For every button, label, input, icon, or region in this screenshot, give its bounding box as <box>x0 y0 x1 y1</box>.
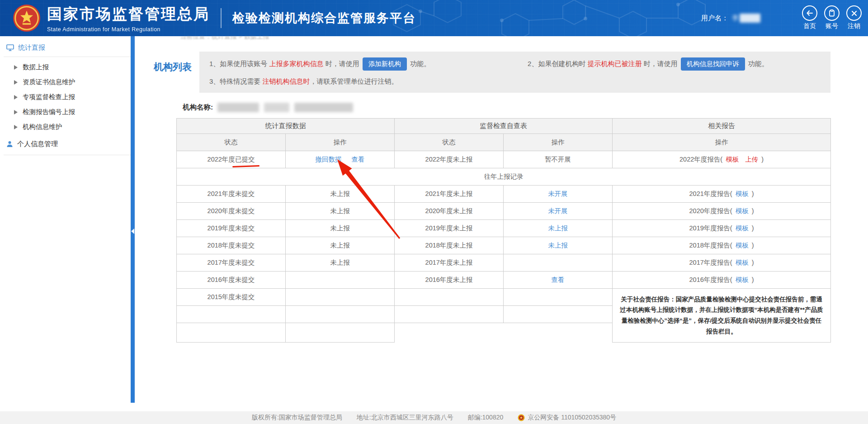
not-reported-link[interactable]: 未上报 <box>504 237 613 254</box>
sidebar-item-personal-info[interactable]: 个人信息管理 <box>0 134 131 155</box>
submitted-underline-text: 已提交 <box>235 155 255 164</box>
upload-link[interactable]: 上传 <box>745 156 758 163</box>
table-row-2018: 2018年度未提交 未上报 2018年度未上报 未上报 2018年度报告(模板) <box>177 237 831 254</box>
group-header-self-check: 监督检查自查表 <box>395 119 613 134</box>
hexagon-decoration <box>380 0 723 36</box>
subheader-operation: 操作 <box>613 134 831 151</box>
institution-table: 统计直报数据 监督检查自查表 相关报告 状态 操作 状态 操作 操作 2022年… <box>176 118 831 343</box>
sidebar: 统计直报 数据上报 资质证书信息维护 专项监督检查上报 检测报告编号上报 机 <box>0 36 131 411</box>
caret-right-icon <box>14 125 18 129</box>
table-row-2017: 2017年度未提交 未上报 2017年度未上报 2017年度报告(模板) <box>177 254 831 272</box>
sidebar-item-special-inspection[interactable]: 专项监督检查上报 <box>0 90 131 105</box>
sidebar-section-label: 统计直报 <box>18 43 45 52</box>
info-appeal-button[interactable]: 机构信息找回申诉 <box>681 57 745 71</box>
sidebar-item-certificate-info[interactable]: 资质证书信息维护 <box>0 75 131 90</box>
close-icon <box>846 5 862 21</box>
breadcrumb: 当前位置：统计直报 > 数据上报 <box>180 36 269 41</box>
withdraw-data-link[interactable]: 撤回数据 <box>316 156 342 163</box>
org-name-redacted <box>294 103 353 112</box>
user-info: 用户名： 李 <box>701 14 760 23</box>
footer-postcode: 邮编:100820 <box>468 414 504 422</box>
template-link[interactable]: 模板 <box>736 207 749 214</box>
page-footer: 版权所有:国家市场监督管理总局 地址:北京市西城区三里河东路八号 邮编:1008… <box>0 411 868 424</box>
check-status-2022: 2022年度未上报 <box>395 151 504 168</box>
add-institution-button[interactable]: 添加新机构 <box>363 57 407 71</box>
notice-line-1: 1、如果使用该账号 上报多家机构信息 时，请使用添加新机构功能。 <box>209 57 528 71</box>
notice-line-3: 3、特殊情况需要 注销机构信息时，请联系管理单位进行注销。 <box>209 77 528 86</box>
page-title: 机构列表 <box>154 52 199 73</box>
notice-red-text: 上报多家机构信息 <box>269 60 324 67</box>
sidebar-section-statistics[interactable]: 统计直报 <box>0 41 131 57</box>
operation-2022: 撤回数据查看 <box>286 151 395 168</box>
social-responsibility-note: 关于社会责任报告：国家产品质量检验检测中心提交社会责任报告前，需通过本机构账号上… <box>613 289 831 343</box>
footer-copyright: 版权所有:国家市场监督管理总局 <box>252 414 342 422</box>
caret-right-icon <box>14 95 18 100</box>
sidebar-item-data-upload[interactable]: 数据上报 <box>0 60 131 75</box>
account-button[interactable]: 账号 <box>824 5 840 30</box>
org-name-redacted <box>217 103 259 112</box>
caret-right-icon <box>14 65 18 70</box>
notice-box: 1、如果使用该账号 上报多家机构信息 时，请使用添加新机构功能。 2、如果创建机… <box>199 52 830 93</box>
monitor-icon <box>6 44 14 51</box>
username-redacted: 李 <box>732 14 760 23</box>
view-link[interactable]: 查看 <box>352 156 365 163</box>
logout-button[interactable]: 注销 <box>846 5 862 30</box>
org-name-label: 机构名称: <box>183 103 213 112</box>
history-header-row: 往年上报记录 <box>177 168 831 186</box>
template-link[interactable]: 模板 <box>736 190 749 197</box>
group-header-reports: 相关报告 <box>613 119 831 134</box>
not-reported-link[interactable]: 未上报 <box>504 220 613 237</box>
subheader-operation: 操作 <box>504 134 613 151</box>
table-row-2016: 2016年度未提交 2016年度未上报 查看 2016年度报告(模板) <box>177 272 831 289</box>
status-2022: 2022年度已提交 <box>177 151 286 168</box>
template-link[interactable]: 模板 <box>736 276 749 283</box>
notice-red-text: 提示机构已被注册 <box>588 60 642 67</box>
subheader-status: 状态 <box>395 134 504 151</box>
clipboard-icon <box>824 5 840 21</box>
report-2022: 2022年度报告(模板上传) <box>613 151 831 168</box>
header-actions: 首页 账号 注销 <box>802 5 862 30</box>
police-badge-icon <box>518 414 525 421</box>
group-header-statistics: 统计直报数据 <box>177 119 395 134</box>
table-row-2015: 2015年度未提交 关于社会责任报告：国家产品质量检验检测中心提交社会责任报告前… <box>177 289 831 306</box>
history-header: 往年上报记录 <box>177 168 831 186</box>
person-icon <box>6 141 13 148</box>
brand-area: 国家市场监督管理总局 State Administration for Mark… <box>0 4 416 33</box>
brand-divider <box>221 8 222 28</box>
sidebar-item-org-info[interactable]: 机构信息维护 <box>0 119 131 134</box>
org-title-block: 国家市场监督管理总局 State Administration for Mark… <box>47 4 210 33</box>
table-row-2019: 2019年度未提交 未上报 2019年度未上报 未上报 2019年度报告(模板) <box>177 220 831 237</box>
sidebar-accent-bar <box>131 36 135 403</box>
username-label: 用户名： <box>701 14 728 23</box>
view-2016-link[interactable]: 查看 <box>504 272 613 289</box>
sidebar-collapse-handle[interactable] <box>131 229 134 234</box>
table-row-2022: 2022年度已提交 撤回数据查看 2022年度未上报 暂不开展 2022年度报告… <box>177 151 831 168</box>
org-name-en: State Administration for Market Regulati… <box>47 26 210 33</box>
org-name-redacted <box>264 103 289 112</box>
back-arrow-icon <box>802 5 817 21</box>
sidebar-item-report-number[interactable]: 检测报告编号上报 <box>0 105 131 119</box>
template-link[interactable]: 模板 <box>736 242 749 249</box>
template-link[interactable]: 模板 <box>726 156 739 163</box>
sidebar-divider <box>4 155 131 155</box>
page: 国家市场监督管理总局 State Administration for Mark… <box>0 0 868 424</box>
org-name-row: 机构名称: <box>183 103 868 112</box>
subheader-operation: 操作 <box>286 134 395 151</box>
org-name: 国家市场监督管理总局 <box>47 4 210 24</box>
footer-beian: 京公网安备 11010502035380号 <box>518 414 616 422</box>
template-link[interactable]: 模板 <box>736 224 749 232</box>
main-content: 当前位置：统计直报 > 数据上报 机构列表 1、如果使用该账号 上报多家机构信息… <box>135 36 868 411</box>
table-row-2020: 2020年度未提交 未上报 2020年度未上报 未开展 2020年度报告(模板) <box>177 203 831 220</box>
not-carried-out-link[interactable]: 未开展 <box>504 203 613 220</box>
caret-right-icon <box>14 80 18 85</box>
footer-address: 地址:北京市西城区三里河东路八号 <box>357 414 453 422</box>
template-link[interactable]: 模板 <box>736 259 749 266</box>
home-button[interactable]: 首页 <box>802 5 817 30</box>
not-carried-out-link[interactable]: 未开展 <box>504 186 613 203</box>
national-emblem-logo <box>13 4 41 32</box>
sidebar-divider <box>4 57 131 57</box>
notice-line-2: 2、如果创建机构时 提示机构已被注册 时，请使用机构信息找回申诉功能。 <box>528 57 821 71</box>
caret-right-icon <box>14 110 18 114</box>
notice-red-text: 注销机构信息时 <box>263 77 310 85</box>
platform-title: 检验检测机构综合监管服务平台 <box>232 10 416 26</box>
